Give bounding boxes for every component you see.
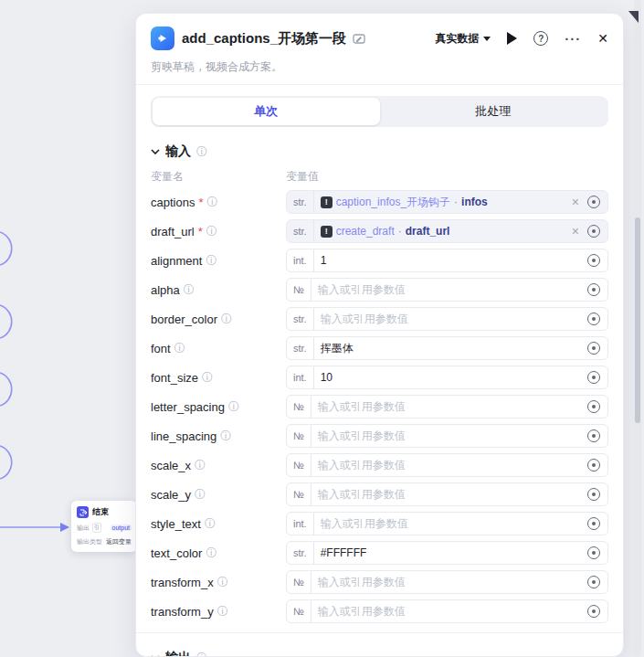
param-name-text: draft_url (151, 225, 195, 238)
param-name-text: scale_y (151, 488, 191, 502)
output-section-header[interactable]: 输出 ⓘ (151, 650, 608, 657)
param-value-field[interactable]: №输入或引用参数值 (286, 570, 608, 594)
info-icon[interactable]: ⓘ (195, 489, 206, 500)
output-section-title: 输出 (165, 650, 191, 657)
tab-single-run[interactable]: 单次 (153, 98, 380, 125)
param-value-field[interactable]: str.!create_draft·draft_url× (286, 219, 608, 243)
node-config-panel: add_captions_开场第一段 真实数据 ? ··· ✕ 剪映草稿，视频合… (135, 13, 624, 657)
reference-select-icon[interactable] (587, 283, 600, 296)
run-button[interactable] (507, 32, 517, 45)
param-value-field[interactable]: str.#FFFFFF (286, 541, 608, 565)
info-icon[interactable]: ⓘ (196, 652, 207, 657)
info-icon[interactable]: ⓘ (206, 196, 217, 207)
reference-select-icon[interactable] (587, 313, 600, 325)
param-value-field[interactable]: №输入或引用参数值 (286, 424, 608, 448)
end-node[interactable]: 结束 输出 引 output 输出类型 返回变量 (71, 501, 137, 552)
param-row: captions*ⓘstr.!caption_infos_开场钩子·infos× (151, 190, 608, 214)
param-value-field[interactable]: str.挥墨体 (286, 336, 608, 360)
type-badge: № (287, 571, 311, 593)
info-icon[interactable]: ⓘ (184, 284, 195, 295)
param-value-field[interactable]: int.1 (286, 249, 608, 272)
reference-select-icon[interactable] (587, 371, 600, 384)
scrollbar[interactable] (634, 0, 641, 657)
input-section-header[interactable]: 输入 ⓘ (151, 143, 608, 160)
scroll-up-arrow[interactable] (628, 11, 639, 23)
param-row: style_textⓘint.输入或引用参数值 (151, 512, 608, 535)
scrollbar-thumb[interactable] (635, 217, 640, 423)
info-icon[interactable]: ⓘ (217, 606, 228, 617)
info-icon[interactable]: ⓘ (202, 372, 213, 383)
help-icon[interactable]: ? (533, 31, 548, 46)
param-row: transform_xⓘ№输入或引用参数值 (151, 570, 608, 594)
rename-icon[interactable] (353, 33, 365, 45)
info-icon[interactable]: ⓘ (206, 255, 216, 266)
info-icon[interactable]: ⓘ (217, 577, 228, 588)
param-name: border_colorⓘ (151, 313, 286, 326)
param-row: line_spacingⓘ№输入或引用参数值 (151, 424, 608, 448)
param-row: scale_yⓘ№输入或引用参数值 (151, 482, 608, 506)
ref-tag: 引 (92, 523, 101, 533)
param-value-field[interactable]: str.输入或引用参数值 (286, 307, 608, 331)
param-row: letter_spacingⓘ№输入或引用参数值 (151, 395, 608, 419)
reference-select-icon[interactable] (587, 459, 600, 472)
info-icon[interactable]: ⓘ (206, 226, 217, 237)
remove-reference-icon[interactable]: × (572, 225, 579, 238)
info-icon[interactable]: ⓘ (195, 460, 206, 471)
param-value-field[interactable]: str.!caption_infos_开场钩子·infos× (286, 190, 608, 214)
param-value-field[interactable]: int.10 (286, 366, 608, 389)
info-icon[interactable]: ⓘ (206, 547, 216, 558)
param-placeholder: 输入或引用参数值 (318, 282, 406, 298)
end-type-value: 返回变量 (106, 537, 132, 546)
type-badge: № (287, 454, 311, 476)
type-badge: № (287, 396, 311, 418)
reference-node-name: caption_infos_开场钩子 (336, 195, 450, 210)
reference-select-icon[interactable] (587, 546, 600, 559)
section-divider (136, 632, 623, 633)
reference-select-icon[interactable] (587, 254, 600, 267)
required-asterisk: * (198, 196, 203, 209)
variable-reference-chip[interactable]: !create_draft·draft_url (321, 225, 450, 238)
chevron-down-icon (483, 37, 491, 41)
edge-arrowhead (60, 523, 69, 532)
param-value-field[interactable]: №输入或引用参数值 (286, 278, 608, 302)
type-badge: str. (287, 220, 314, 242)
type-badge: № (287, 279, 311, 301)
info-icon[interactable]: ⓘ (196, 146, 207, 157)
end-output-value: output (111, 525, 132, 531)
param-row: font_sizeⓘint.10 (151, 366, 608, 389)
reference-select-icon[interactable] (587, 517, 600, 530)
info-icon[interactable]: ⓘ (205, 518, 216, 529)
variable-reference-chip[interactable]: !caption_infos_开场钩子·infos (321, 195, 488, 210)
info-icon[interactable]: ⓘ (221, 313, 232, 324)
param-name-text: alpha (151, 283, 180, 297)
more-options-icon[interactable]: ··· (565, 32, 581, 46)
type-badge: str. (287, 308, 314, 330)
param-value-field[interactable]: int.输入或引用参数值 (286, 512, 608, 535)
end-node-title: 结束 (92, 506, 109, 518)
param-value-field[interactable]: №输入或引用参数值 (286, 482, 608, 506)
info-icon[interactable]: ⓘ (220, 430, 231, 441)
close-icon[interactable]: ✕ (597, 32, 608, 45)
reference-select-icon[interactable] (587, 400, 600, 413)
reference-select-icon[interactable] (587, 196, 600, 208)
reference-select-icon[interactable] (587, 488, 600, 501)
tab-batch-run[interactable]: 批处理 (380, 98, 607, 125)
param-value-field[interactable]: №输入或引用参数值 (286, 453, 608, 477)
data-mode-dropdown[interactable]: 真实数据 (435, 31, 491, 47)
param-value-field[interactable]: №输入或引用参数值 (286, 395, 608, 419)
reference-select-icon[interactable] (587, 225, 600, 238)
param-placeholder: 输入或引用参数值 (318, 429, 406, 444)
param-column-headers: 变量名 变量值 (151, 169, 608, 185)
type-badge: № (287, 483, 311, 505)
param-placeholder: 输入或引用参数值 (318, 487, 406, 503)
info-icon[interactable]: ⓘ (174, 343, 185, 354)
param-value-field[interactable]: №输入或引用参数值 (286, 599, 608, 623)
info-icon[interactable]: ⓘ (228, 401, 239, 412)
reference-select-icon[interactable] (587, 429, 600, 442)
reference-select-icon[interactable] (587, 342, 600, 355)
remove-reference-icon[interactable]: × (572, 196, 579, 208)
column-variable-value: 变量值 (286, 169, 608, 185)
reference-select-icon[interactable] (587, 576, 600, 588)
reference-select-icon[interactable] (587, 605, 600, 618)
param-name-text: captions (151, 196, 195, 209)
